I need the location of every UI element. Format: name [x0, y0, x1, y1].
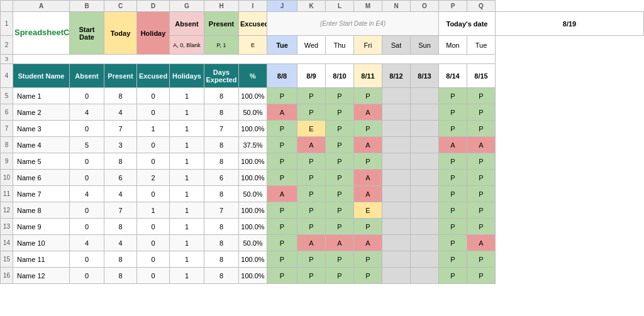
pct-val: 100.0%	[239, 88, 267, 104]
attendance-o	[411, 202, 439, 219]
col-b: B	[70, 1, 104, 12]
attendance-q: P	[467, 186, 496, 202]
absent-sub: A, 0, Blank	[173, 42, 201, 48]
col-excused-header: Excused	[137, 64, 170, 88]
attendance-l: P	[326, 104, 354, 121]
dow-p-cell: Mon	[439, 36, 467, 55]
row-num-7: 7	[1, 121, 13, 137]
attendance-n	[382, 219, 411, 235]
attendance-l: P	[326, 186, 354, 202]
table-row: 5Name 108018100.0%PPPPPP	[1, 88, 644, 104]
attendance-j: P	[267, 137, 297, 153]
excused-val: 0	[137, 88, 170, 104]
holidays-val: 1	[170, 104, 204, 121]
todays-date-value-cell: 8/19	[496, 12, 644, 36]
attendance-p: A	[439, 137, 467, 153]
attendance-k: P	[297, 104, 326, 121]
attendance-m: A	[354, 137, 382, 153]
attendance-m: A	[354, 104, 382, 121]
attendance-l: P	[326, 137, 354, 153]
attendance-m: P	[354, 268, 382, 284]
holiday-label: Holiday	[141, 30, 166, 37]
attendance-l: P	[326, 153, 354, 170]
attendance-p: P	[439, 104, 467, 121]
col-i: I	[239, 1, 267, 12]
attendance-m: P	[354, 121, 382, 137]
attendance-n	[382, 121, 411, 137]
absent-val: 0	[70, 268, 104, 284]
present-val: 8	[104, 88, 137, 104]
row-3: 3	[1, 55, 644, 64]
present-sub: P, 1	[217, 42, 226, 48]
attendance-p: P	[439, 219, 467, 235]
col-present-header: Present	[104, 64, 137, 88]
attendance-k: P	[297, 88, 326, 104]
attendance-q: P	[467, 153, 496, 170]
attendance-m: P	[354, 153, 382, 170]
days-expected-header: Days Expected	[206, 68, 237, 84]
days-expected-val: 8	[204, 219, 239, 235]
col-p-date-header: 8/14	[439, 64, 467, 88]
days-expected-val: 6	[204, 170, 239, 186]
attendance-l: P	[326, 121, 354, 137]
attendance-p: P	[439, 88, 467, 104]
col-absent-header: Absent	[70, 64, 104, 88]
col-k-date-header: 8/9	[297, 64, 326, 88]
dow-n: Sat	[391, 41, 402, 49]
excused-sub-cell: E	[239, 36, 267, 55]
attendance-m: A	[354, 235, 382, 251]
student-name-header: Student Name	[18, 72, 65, 80]
attendance-n	[382, 186, 411, 202]
present-sub-cell: P, 1	[204, 36, 239, 55]
row-num-11: 11	[1, 186, 13, 202]
col-h: H	[204, 1, 239, 12]
holidays-val: 1	[170, 235, 204, 251]
col-l: L	[326, 1, 354, 12]
present-val: 8	[104, 268, 137, 284]
attendance-q: P	[467, 219, 496, 235]
attendance-o	[411, 170, 439, 186]
row-num-12: 12	[1, 202, 13, 219]
days-expected-val: 7	[204, 202, 239, 219]
excused-val: 1	[137, 202, 170, 219]
attendance-n	[382, 137, 411, 153]
present-val: 4	[104, 235, 137, 251]
today-label: Today	[111, 30, 131, 37]
holidays-val: 1	[170, 121, 204, 137]
attendance-p: P	[439, 121, 467, 137]
col-m-date-header: 8/11	[354, 64, 382, 88]
table-row: 12Name 807117100.0%PPPEPP	[1, 202, 644, 219]
col-student-name-header: Student Name	[13, 64, 70, 88]
dow-q: Tue	[475, 41, 487, 49]
attendance-p: P	[439, 170, 467, 186]
attendance-j: P	[267, 219, 297, 235]
present-val: 6	[104, 170, 137, 186]
attendance-k: P	[297, 202, 326, 219]
attendance-n	[382, 268, 411, 284]
present-label: Present	[209, 20, 234, 28]
k-date: 8/9	[306, 72, 316, 80]
holidays-val: 1	[170, 251, 204, 268]
col-a: A	[13, 1, 70, 12]
student-name: Name 6	[13, 170, 70, 186]
absent-val: 5	[70, 137, 104, 153]
today-cell: Today	[104, 12, 137, 55]
absent-val: 0	[70, 170, 104, 186]
row-num-14: 14	[1, 235, 13, 251]
attendance-o	[411, 88, 439, 104]
days-expected-val: 8	[204, 88, 239, 104]
pct-val: 100.0%	[239, 219, 267, 235]
row-1: 1 SpreadsheetClass.com Start Date Today …	[1, 12, 644, 36]
holiday-cell: Holiday	[137, 12, 170, 55]
col-holidays-header: Holidays	[170, 64, 204, 88]
dow-j-cell: Tue	[267, 36, 297, 55]
excused-val: 0	[137, 137, 170, 153]
row-num-13: 13	[1, 219, 13, 235]
attendance-j: A	[267, 186, 297, 202]
dow-k: Wed	[304, 41, 318, 49]
attendance-k: P	[297, 219, 326, 235]
attendance-j: P	[267, 88, 297, 104]
excused-val: 0	[137, 219, 170, 235]
attendance-q: P	[467, 268, 496, 284]
excused-cell: Excused	[239, 12, 267, 36]
